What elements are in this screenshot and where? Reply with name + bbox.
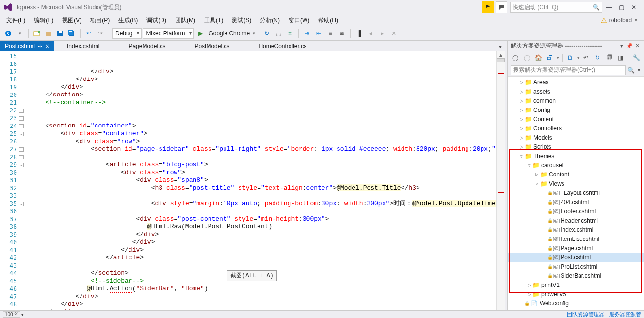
tree-node[interactable]: ▷common xyxy=(508,96,644,105)
expand-icon[interactable]: ▷ xyxy=(518,135,524,140)
save-button[interactable] xyxy=(55,28,65,39)
step2-button[interactable]: ⇤ xyxy=(313,28,324,39)
platform-combo[interactable]: Mixed Platform xyxy=(143,28,194,39)
tree-node[interactable]: ▷🔒[@]Post.cshtml xyxy=(508,253,644,262)
tree-node[interactable]: ▷Config xyxy=(508,105,644,114)
menu-item-6[interactable]: 团队(M) xyxy=(171,15,200,26)
menu-item-11[interactable]: 帮助(H) xyxy=(314,15,342,26)
next-bookmark[interactable]: ▸ xyxy=(377,28,387,39)
user-account[interactable]: ⚠ robotbird ▼ xyxy=(601,16,642,24)
menu-item-8[interactable]: 测试(S) xyxy=(227,15,256,26)
document-tab[interactable]: Post.cshtml⊹✕ xyxy=(0,41,54,51)
panel-close-button[interactable]: ✕ xyxy=(633,42,641,50)
tree-node[interactable]: ▷Controllers xyxy=(508,124,644,133)
tree-node[interactable]: ▷🔒[@]404.cshtml xyxy=(508,197,644,207)
notification-flag-icon[interactable] xyxy=(482,1,494,13)
tree-node[interactable]: ▷🔒[@]SiderBar.cshtml xyxy=(508,271,644,280)
maximize-button[interactable]: ▢ xyxy=(615,2,628,13)
code-editor[interactable]: </div> </div> </div> </section> <!--cont… xyxy=(28,51,496,310)
status-tab[interactable]: 服务器资源管 xyxy=(609,311,641,318)
se-refresh-button[interactable]: 🗋 xyxy=(565,53,575,63)
quick-launch-input[interactable]: 快速启动 (Ctrl+Q) 🔍 xyxy=(510,2,602,13)
redo-button[interactable]: ↷ xyxy=(95,28,106,39)
tree-node[interactable]: ▷🔒Web.config xyxy=(508,299,644,308)
tree-node[interactable]: ▷🔒[@]Page.cshtml xyxy=(508,243,644,253)
se-fwd-button[interactable]: ◯ xyxy=(522,53,532,63)
expand-icon[interactable]: ▷ xyxy=(518,126,524,131)
zoom-level[interactable]: 100 % xyxy=(3,311,20,318)
close-icon[interactable]: ✕ xyxy=(45,43,49,49)
panel-pin-button[interactable]: 📌 xyxy=(626,42,633,50)
document-tab[interactable]: PageModel.cs xyxy=(124,41,170,51)
tree-node[interactable]: ▷🔒[@]ItemList.cshtml xyxy=(508,234,644,243)
nav-back-button[interactable] xyxy=(3,28,14,39)
bookmark-button[interactable]: ▐ xyxy=(354,28,364,39)
expand-icon[interactable]: ▷ xyxy=(518,80,524,85)
search-icon[interactable]: 🔍 xyxy=(626,67,637,74)
tree-node[interactable]: ▷Areas xyxy=(508,78,644,87)
save-all-button[interactable] xyxy=(66,28,77,39)
browser-link-button[interactable]: ↻ xyxy=(261,28,272,39)
nav-fwd-button[interactable]: ▾ xyxy=(15,28,25,39)
tree-node[interactable]: ▷assets xyxy=(508,87,644,96)
start-debug-button[interactable]: ▶ xyxy=(195,28,206,39)
se-wrench-button[interactable]: 🔧 xyxy=(631,53,641,63)
expand-icon[interactable]: ▷ xyxy=(534,172,540,177)
menu-item-7[interactable]: 工具(T) xyxy=(200,15,227,26)
new-project-button[interactable] xyxy=(32,28,42,39)
expand-icon[interactable]: ▷ xyxy=(518,89,524,94)
tree-node[interactable]: ▷Content xyxy=(508,170,644,179)
close-button[interactable]: ✕ xyxy=(628,2,640,13)
document-tab[interactable]: HomeController.cs xyxy=(254,41,311,51)
uncomment-button[interactable]: ≢ xyxy=(337,28,347,39)
feedback-icon[interactable] xyxy=(496,1,507,13)
menu-item-9[interactable]: 分析(N) xyxy=(256,15,284,26)
step-button[interactable]: ⇥ xyxy=(302,28,312,39)
run-target-label[interactable]: Google Chrome xyxy=(207,30,252,37)
document-tab[interactable]: Index.cshtml xyxy=(62,41,104,51)
tree-node[interactable]: ▷🔒[@]Header.cshtml xyxy=(508,216,644,225)
search-dropdown-icon[interactable]: ▾ xyxy=(637,67,641,73)
se-back-button[interactable]: ◯ xyxy=(511,53,520,63)
find-button[interactable]: ⤧ xyxy=(285,28,295,39)
status-tab[interactable]: 团队资源管理器 xyxy=(567,311,604,318)
expand-icon[interactable]: ▿ xyxy=(518,154,524,159)
menu-item-3[interactable]: 项目(P) xyxy=(86,15,114,26)
expand-icon[interactable]: ▷ xyxy=(518,117,524,122)
zoom-dropdown-icon[interactable]: ▾ xyxy=(21,312,24,317)
se-prop-button[interactable]: 🗐 xyxy=(604,53,614,63)
se-sync-button[interactable]: 🗗 xyxy=(545,53,555,63)
tree-node[interactable]: ▷🔒[@]Footer.cshtml xyxy=(508,207,644,216)
solution-search-input[interactable]: 搜索解决方案资源管理器(Ctrl+;) xyxy=(511,65,626,75)
expand-icon[interactable]: ▷ xyxy=(526,283,532,287)
se-home-button[interactable]: 🏠 xyxy=(533,53,543,63)
menu-item-1[interactable]: 编辑(E) xyxy=(30,15,58,26)
menu-item-5[interactable]: 调试(D) xyxy=(142,15,171,26)
comment-button[interactable]: ≡ xyxy=(325,28,336,39)
open-file-button[interactable] xyxy=(43,28,54,39)
tree-node[interactable]: ▿Themes xyxy=(508,151,644,160)
tree-node[interactable]: ▿Views xyxy=(508,179,644,188)
expand-icon[interactable]: ▷ xyxy=(526,292,532,297)
vertical-scrollbar[interactable]: ▴ xyxy=(496,51,505,310)
se-collapse-button[interactable]: ↶ xyxy=(581,53,591,63)
tree-node[interactable]: ▷printV1 xyxy=(508,280,644,289)
prev-bookmark[interactable]: ◂ xyxy=(365,28,376,39)
menu-item-2[interactable]: 视图(V) xyxy=(58,15,86,26)
menu-item-10[interactable]: 窗口(W) xyxy=(284,15,314,26)
se-showall-button[interactable]: ↻ xyxy=(593,53,602,63)
undo-button[interactable]: ↶ xyxy=(83,28,94,39)
tree-node[interactable]: ▷🔒[@]_Layout.cshtml xyxy=(508,188,644,197)
solution-tree[interactable]: ▷Areas▷assets▷common▷Config▷Content▷Cont… xyxy=(508,77,644,310)
tabs-overflow-button[interactable]: ▾ xyxy=(496,42,505,51)
split-handle[interactable] xyxy=(497,58,505,62)
tree-node[interactable]: ▷Scripts xyxy=(508,142,644,151)
tree-node[interactable]: ▿carousel xyxy=(508,160,644,170)
expand-icon[interactable]: ▿ xyxy=(526,163,532,168)
panel-dropdown-button[interactable]: ▾ xyxy=(618,42,626,50)
configuration-combo[interactable]: Debug xyxy=(112,28,142,39)
toolbar-extra1[interactable]: ⬚ xyxy=(273,28,284,39)
minimize-button[interactable]: — xyxy=(602,2,615,13)
se-preview-button[interactable]: ◨ xyxy=(616,53,626,63)
menu-item-4[interactable]: 生成(B) xyxy=(114,15,142,26)
